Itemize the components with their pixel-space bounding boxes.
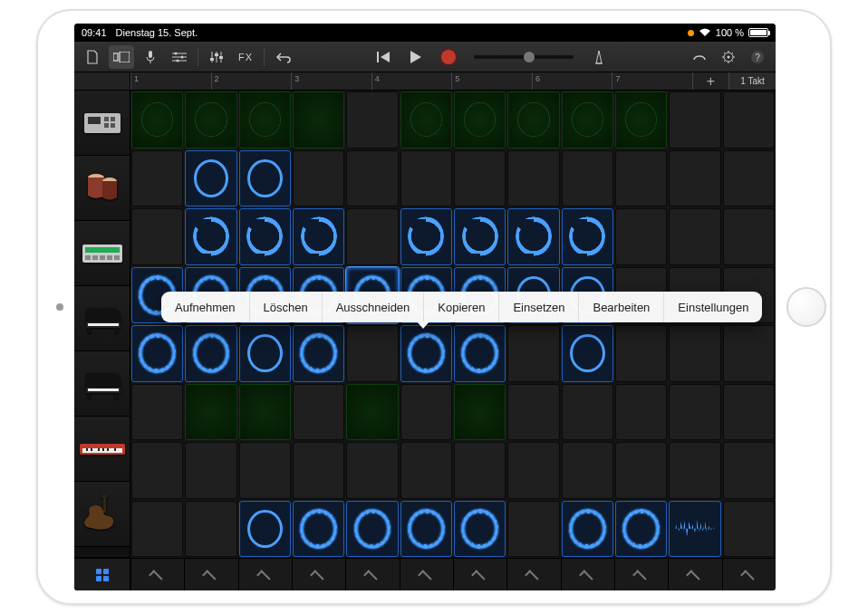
empty-cell[interactable] — [454, 150, 506, 207]
empty-cell[interactable] — [562, 384, 613, 441]
empty-cell[interactable] — [723, 384, 775, 441]
empty-cell[interactable] — [615, 325, 667, 382]
empty-cell[interactable] — [185, 501, 236, 558]
empty-cell[interactable] — [131, 150, 183, 207]
loop-cell[interactable] — [400, 91, 452, 149]
loop-cell[interactable] — [293, 91, 344, 149]
empty-cell[interactable] — [615, 384, 667, 441]
empty-cell[interactable] — [562, 150, 613, 207]
loop-cell[interactable] — [239, 384, 291, 441]
loop-cell[interactable] — [239, 91, 291, 149]
loop-cell[interactable] — [562, 208, 613, 265]
empty-cell[interactable] — [723, 501, 775, 558]
column-trigger[interactable] — [184, 559, 237, 590]
loop-cell[interactable] — [185, 91, 236, 149]
track-header-bass[interactable] — [74, 482, 130, 547]
go-to-start-button[interactable] — [371, 45, 396, 69]
empty-cell[interactable] — [669, 325, 720, 382]
column-trigger[interactable] — [400, 559, 453, 590]
zoom-label[interactable]: 1 Takt — [728, 72, 776, 90]
empty-cell[interactable] — [346, 442, 398, 499]
loop-cell[interactable] — [346, 501, 398, 558]
timeline-ruler[interactable]: 1234567 + 1 Takt — [130, 72, 776, 91]
context-menu-item[interactable]: Einstellungen — [664, 292, 762, 322]
loop-cell[interactable] — [507, 208, 559, 265]
empty-cell[interactable] — [131, 442, 183, 499]
context-menu-item[interactable]: Einsetzen — [499, 292, 579, 322]
loop-cell[interactable] — [615, 501, 667, 558]
fx-button[interactable]: FX — [233, 45, 258, 69]
empty-cell[interactable] — [723, 208, 775, 265]
empty-cell[interactable] — [454, 442, 506, 499]
loop-cell[interactable] — [562, 325, 613, 382]
empty-cell[interactable] — [346, 91, 398, 149]
track-header-piano1[interactable] — [74, 286, 130, 351]
empty-cell[interactable] — [507, 442, 559, 499]
column-trigger[interactable] — [614, 559, 668, 590]
column-trigger[interactable] — [238, 559, 292, 590]
loop-cell[interactable] — [507, 91, 559, 149]
loop-cell[interactable] — [562, 91, 613, 149]
add-column-button[interactable]: + — [692, 72, 728, 90]
empty-cell[interactable] — [669, 384, 720, 441]
empty-cell[interactable] — [131, 384, 183, 441]
loop-cell[interactable] — [454, 91, 506, 149]
microphone-button[interactable] — [138, 45, 163, 69]
empty-cell[interactable] — [723, 325, 775, 382]
my-songs-button[interactable] — [80, 45, 105, 69]
settings-button[interactable] — [716, 45, 741, 69]
column-trigger[interactable] — [345, 559, 399, 590]
column-trigger[interactable] — [722, 559, 776, 590]
column-trigger[interactable] — [668, 559, 721, 590]
context-menu-item[interactable]: Ausschneiden — [323, 292, 425, 322]
track-header-piano2[interactable] — [74, 351, 130, 417]
empty-cell[interactable] — [723, 150, 775, 207]
loop-browser-button[interactable] — [687, 45, 712, 69]
master-volume-slider[interactable] — [474, 55, 574, 59]
loop-cell[interactable] — [400, 501, 452, 558]
loop-cell[interactable] — [239, 208, 291, 265]
loop-cell[interactable] — [293, 208, 344, 265]
empty-cell[interactable] — [507, 325, 559, 382]
empty-cell[interactable] — [293, 150, 344, 207]
context-menu-item[interactable]: Aufnehmen — [161, 292, 250, 322]
loop-cell[interactable] — [346, 384, 398, 441]
loop-cell[interactable] — [454, 325, 506, 382]
empty-cell[interactable] — [615, 208, 667, 265]
empty-cell[interactable] — [346, 325, 398, 382]
empty-cell[interactable] — [507, 384, 559, 441]
loop-cell[interactable] — [131, 91, 183, 149]
mixer-button[interactable] — [204, 45, 229, 69]
empty-cell[interactable] — [507, 150, 559, 207]
grid-view-button[interactable] — [74, 558, 130, 590]
column-trigger[interactable] — [453, 559, 506, 590]
empty-cell[interactable] — [562, 442, 613, 499]
empty-cell[interactable] — [400, 150, 452, 207]
loop-cell[interactable] — [669, 501, 720, 558]
empty-cell[interactable] — [293, 384, 344, 441]
empty-cell[interactable] — [723, 442, 775, 499]
column-trigger[interactable] — [561, 559, 614, 590]
loop-cell[interactable] — [239, 325, 291, 382]
empty-cell[interactable] — [346, 208, 398, 265]
empty-cell[interactable] — [669, 91, 720, 149]
loop-cell[interactable] — [454, 208, 506, 265]
empty-cell[interactable] — [239, 442, 291, 499]
empty-cell[interactable] — [723, 91, 775, 149]
track-controls-button[interactable] — [167, 45, 192, 69]
empty-cell[interactable] — [669, 208, 720, 265]
loop-cell[interactable] — [400, 325, 452, 382]
loop-cell[interactable] — [239, 501, 291, 558]
loop-cell[interactable] — [454, 384, 506, 441]
record-button[interactable] — [436, 45, 461, 69]
column-trigger[interactable] — [130, 559, 184, 590]
loop-cell[interactable] — [131, 325, 183, 382]
loop-cell[interactable] — [400, 208, 452, 265]
empty-cell[interactable] — [615, 442, 667, 499]
empty-cell[interactable] — [293, 442, 344, 499]
loop-cell[interactable] — [454, 501, 506, 558]
empty-cell[interactable] — [400, 384, 452, 441]
loop-cell[interactable] — [239, 150, 291, 207]
empty-cell[interactable] — [507, 501, 559, 558]
loop-cell[interactable] — [185, 384, 236, 441]
